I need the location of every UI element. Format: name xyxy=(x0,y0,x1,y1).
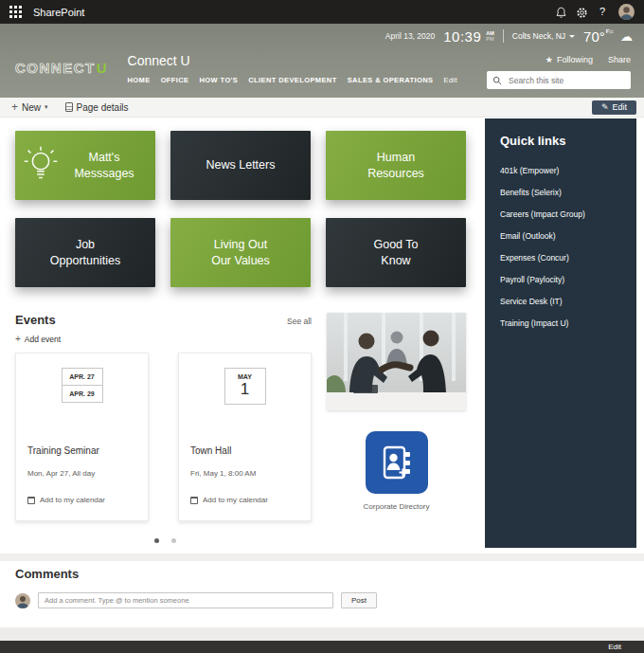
corporate-directory-link[interactable]: Corporate Directory xyxy=(327,431,466,511)
location-label: Colts Neck, NJ xyxy=(512,31,565,41)
add-to-calendar-label: Add to my calendar xyxy=(203,496,268,504)
meridiem-toggle[interactable]: AM PM xyxy=(486,30,494,43)
contact-book-icon xyxy=(366,431,428,494)
quick-link-expenses[interactable]: Expenses (Concur) xyxy=(485,246,636,268)
event-date-badge: APR. 27 APR. 29 xyxy=(62,368,103,403)
nav-sales-operations[interactable]: SALES & OPERATIONS xyxy=(348,76,434,84)
nav-edit[interactable]: Edit xyxy=(444,76,458,84)
site-nav: HOME OFFICE HOW TO'S CLIENT DEVELOPMENT … xyxy=(128,76,458,84)
settings-gear-icon[interactable] xyxy=(571,0,592,24)
page-details-button[interactable]: Page details xyxy=(65,102,129,113)
tile-label: Human Resources xyxy=(358,150,434,181)
event-title: Training Seminar xyxy=(27,445,99,456)
tile-matts-messages[interactable]: Matt's Messsages xyxy=(15,131,155,200)
comment-input[interactable] xyxy=(38,592,333,608)
tile-label: News Letters xyxy=(206,157,276,172)
quick-links-panel: Quick links 401k (Empower) Benefits (Sel… xyxy=(485,118,636,548)
chevron-down-icon xyxy=(569,35,575,38)
see-all-link[interactable]: See all xyxy=(287,317,312,326)
following-button[interactable]: ★ Following xyxy=(546,55,593,64)
pagination-dot[interactable] xyxy=(171,538,176,543)
quick-link-service-desk[interactable]: Service Desk (IT) xyxy=(485,290,636,312)
post-comment-button[interactable]: Post xyxy=(341,592,377,608)
new-button[interactable]: + New ▾ xyxy=(11,102,48,113)
comments-title: Comments xyxy=(15,567,79,581)
nav-client-development[interactable]: CLIENT DEVELOPMENT xyxy=(248,76,336,84)
site-title[interactable]: Connect U xyxy=(128,53,458,68)
app-launcher-icon[interactable] xyxy=(9,6,22,18)
tile-living-out-our-values[interactable]: Living Out Our Values xyxy=(170,218,311,287)
comments-section: Comments Post xyxy=(0,561,644,627)
tile-label: Good To Know xyxy=(358,237,434,268)
event-card-town-hall[interactable]: MAY 1 Town Hall Fri, May 1, 8:00 AM Add … xyxy=(178,353,312,521)
quick-link-careers[interactable]: Careers (Impact Group) xyxy=(485,203,636,225)
event-date-day: 1 xyxy=(225,380,265,404)
share-button[interactable]: Share xyxy=(608,55,631,64)
quick-link-training[interactable]: Training (Impact U) xyxy=(485,312,636,334)
page-details-icon xyxy=(65,102,73,112)
quick-link-email[interactable]: Email (Outlook) xyxy=(485,225,636,246)
events-header: Events See all xyxy=(15,313,312,327)
sharepoint-home-link[interactable]: SharePoint xyxy=(33,7,84,18)
quick-link-benefits[interactable]: Benefits (Selerix) xyxy=(485,181,636,203)
temp-value: 70° xyxy=(583,28,605,45)
add-event-button[interactable]: + Add event xyxy=(15,334,61,344)
share-label: Share xyxy=(608,55,631,64)
nav-how-tos[interactable]: HOW TO'S xyxy=(200,76,239,84)
edit-page-button[interactable]: ✎ Edit xyxy=(592,100,636,115)
search-input[interactable] xyxy=(507,75,625,86)
time-label: 10:39 xyxy=(443,28,481,45)
pagination-dot-active[interactable] xyxy=(154,538,159,543)
header-right: ★ Following Share xyxy=(487,53,631,89)
event-date-start: APR. 27 xyxy=(63,369,102,385)
command-bar: + New ▾ Page details ✎ Edit xyxy=(0,98,644,118)
temp-unit-toggle[interactable]: F|c xyxy=(606,28,614,34)
chevron-down-icon: ▾ xyxy=(45,103,48,111)
nav-office[interactable]: OFFICE xyxy=(161,76,189,84)
search-icon xyxy=(492,76,502,85)
weather-location[interactable]: Colts Neck, NJ xyxy=(512,31,575,41)
tile-label: Living Out Our Values xyxy=(203,237,278,268)
event-card-training-seminar[interactable]: APR. 27 APR. 29 Training Seminar Mon, Ap… xyxy=(15,353,149,521)
event-when: Fri, May 1, 8:00 AM xyxy=(190,469,256,478)
edit-label: Edit xyxy=(612,102,627,112)
connect-u-intranet-page: SharePoint ? April 13, 2020 10:39 AM PM … xyxy=(0,0,644,653)
star-icon: ★ xyxy=(546,55,553,64)
events-title: Events xyxy=(15,313,56,327)
title-block: Connect U HOME OFFICE HOW TO'S CLIENT DE… xyxy=(128,53,458,84)
page-details-label: Page details xyxy=(77,102,129,113)
notifications-bell-icon[interactable] xyxy=(550,0,571,24)
following-label: Following xyxy=(557,55,593,64)
footer-edit-button[interactable]: Edit xyxy=(608,643,621,651)
help-icon[interactable]: ? xyxy=(592,0,613,24)
tile-news-letters[interactable]: News Letters xyxy=(170,131,311,200)
event-when: Mon, Apr 27, All day xyxy=(27,469,95,478)
logo-connect-text: CONNECT xyxy=(15,60,96,76)
comment-composer: Post xyxy=(15,592,377,608)
follow-share-actions: ★ Following Share xyxy=(546,55,631,64)
tile-job-opportunities[interactable]: Job Opportunities xyxy=(15,218,155,287)
site-header: April 13, 2020 10:39 AM PM Colts Neck, N… xyxy=(0,24,644,98)
temperature-label: 70°F|c xyxy=(583,28,614,45)
plus-icon: + xyxy=(15,334,21,344)
tile-human-resources[interactable]: Human Resources xyxy=(326,131,466,200)
cloud-icon: ☁ xyxy=(620,29,633,44)
add-to-calendar-button[interactable]: Add to my calendar xyxy=(27,496,105,504)
pm-label: PM xyxy=(486,36,494,43)
user-avatar[interactable] xyxy=(618,4,635,20)
nav-home[interactable]: HOME xyxy=(128,76,151,84)
commenter-avatar xyxy=(15,593,30,608)
add-event-label: Add event xyxy=(25,335,61,344)
site-logo[interactable]: CONNECTU xyxy=(15,60,107,76)
footer-bar: Edit xyxy=(0,641,644,653)
info-divider xyxy=(503,29,504,43)
section-divider xyxy=(0,553,644,561)
events-pagination xyxy=(154,530,185,547)
quick-link-401k[interactable]: 401k (Empower) xyxy=(485,159,636,181)
tile-good-to-know[interactable]: Good To Know xyxy=(326,218,466,287)
tile-label: Matt's Messsages xyxy=(64,150,144,181)
office-meeting-photo xyxy=(327,313,466,410)
add-to-calendar-button[interactable]: Add to my calendar xyxy=(190,496,268,504)
date-label: April 13, 2020 xyxy=(385,31,435,41)
quick-link-payroll[interactable]: Payroll (Paylocity) xyxy=(485,268,636,290)
